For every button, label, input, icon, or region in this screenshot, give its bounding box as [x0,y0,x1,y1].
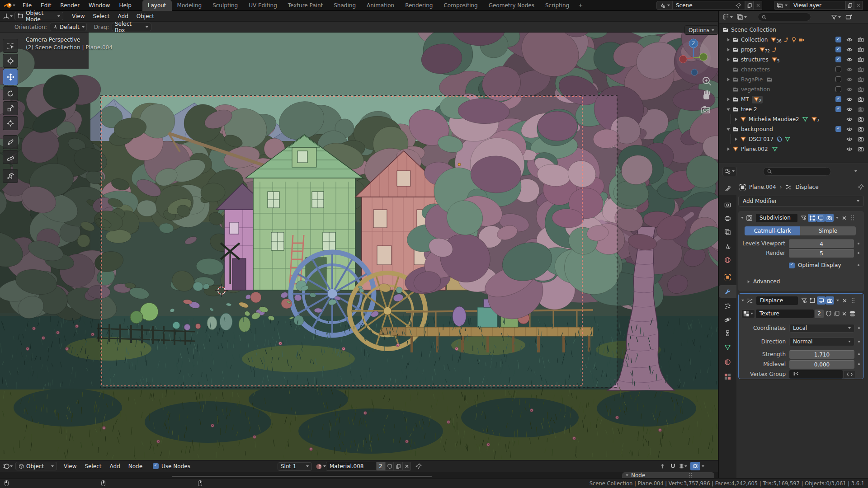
render-camera-icon[interactable] [858,37,864,43]
snap-toggle[interactable] [668,462,677,470]
exclude-checkbox[interactable] [835,126,841,132]
exclude-checkbox[interactable] [835,76,841,82]
tab-output[interactable] [719,212,736,225]
scene-name-field[interactable]: Scene [673,1,745,10]
gizmo-x-axis[interactable] [679,56,687,63]
animate-dot[interactable] [858,363,860,365]
tab-view-layer[interactable] [719,225,736,238]
animate-dot[interactable] [858,264,859,266]
copy-icon[interactable] [834,310,840,317]
outliner-row-collection[interactable]: Collection 36 [719,35,868,45]
orientation-default-dropdown[interactable]: Default [50,23,87,31]
direction-dropdown[interactable]: Normal [789,338,854,346]
scene-copy-button[interactable] [745,1,754,10]
outliner-row-scene-collection[interactable]: Scene Collection [719,25,868,35]
viewport-menu-view[interactable]: View [68,13,89,19]
levels-viewport-field[interactable]: 4 [789,239,854,248]
viewport-menu-add[interactable]: Add [114,13,132,19]
pin-icon[interactable] [415,463,422,469]
collapse-icon[interactable] [726,107,731,112]
render-camera-icon[interactable] [858,146,864,152]
texture-users-button[interactable]: 2 [815,310,824,318]
scene-browse-button[interactable] [656,1,673,10]
vertex-group-field[interactable] [789,370,843,379]
tab-object[interactable] [719,271,736,283]
texture-name-field[interactable]: Texture [756,310,814,318]
gizmo-z-neg[interactable] [691,69,698,75]
invert-vertex-group-button[interactable] [844,370,855,379]
outliner-row-vegetation[interactable]: vegetation [719,84,868,94]
overlays-dropdown[interactable] [702,465,704,467]
menu-help[interactable]: Help [114,0,136,11]
panel-collapse-icon[interactable] [741,217,744,219]
show-on-cage-icon[interactable] [808,214,816,222]
view-layer-remove-button[interactable] [854,1,863,10]
show-in-render-icon[interactable] [826,296,834,305]
material-copy-button[interactable] [394,462,402,471]
outliner-row-structures[interactable]: structures 5 [719,55,868,65]
animate-dot[interactable] [858,243,859,244]
tool-scale[interactable] [3,101,18,115]
outliner-row-props[interactable]: props 72 [719,45,868,55]
texture-browse-button[interactable] [741,310,755,318]
render-camera-icon[interactable] [858,56,864,63]
menu-edit[interactable]: Edit [36,0,56,11]
editor-type-button[interactable] [0,13,14,20]
panel-collapse-icon[interactable] [741,300,744,301]
exclude-checkbox[interactable] [835,106,841,112]
shader-scrollbar[interactable] [172,476,432,477]
unlink-icon[interactable] [842,311,847,316]
hide-eye-icon[interactable] [846,86,853,93]
hide-eye-icon[interactable] [846,126,853,132]
tab-render[interactable] [719,198,736,211]
show-in-render-icon[interactable] [825,214,834,222]
delete-modifier-icon[interactable] [842,298,847,303]
render-camera-icon[interactable] [858,126,864,132]
menu-render[interactable]: Render [56,0,84,11]
blender-app-menu[interactable] [0,2,18,9]
node-side-panel[interactable]: Node [622,472,714,479]
pin-icon[interactable] [858,184,864,190]
show-in-editmode-off-icon[interactable] [799,214,808,222]
animate-dot[interactable] [858,341,860,343]
outliner-row-dscf017[interactable]: DSCF017 [719,134,868,144]
scene-unlink-button[interactable] [754,1,762,10]
view-layer-name-field[interactable]: ViewLayer [790,1,845,10]
outliner-filter-display[interactable] [736,14,747,20]
render-camera-icon[interactable] [858,47,864,53]
hide-eye-icon[interactable] [846,76,853,83]
animate-dot[interactable] [858,327,860,329]
breadcrumb-object[interactable]: Plane.004 [749,184,776,190]
tab-animation[interactable]: Animation [361,0,400,11]
drag-handle-icon[interactable] [850,215,855,221]
options-dropdown[interactable]: Options [684,25,718,35]
tab-object-data[interactable] [719,341,736,354]
pan-hand-icon[interactable] [703,90,710,99]
shader-menu-view[interactable]: View [60,463,80,469]
outliner-row-michelia[interactable]: Michelia Maudiae2 7 [719,114,868,124]
material-fake-user-button[interactable] [385,462,394,471]
delete-modifier-icon[interactable] [842,216,847,221]
hide-eye-icon[interactable] [846,56,853,63]
shader-type-dropdown[interactable]: Object [15,462,57,470]
modifier-extras-dropdown[interactable] [836,300,839,301]
fake-user-shield-icon[interactable] [826,310,832,317]
tab-modeling[interactable]: Modeling [172,0,208,11]
viewport-menu-select[interactable]: Select [89,13,113,19]
tab-scene[interactable] [719,240,736,253]
render-camera-icon[interactable] [858,76,864,83]
tab-modifiers[interactable] [719,285,736,298]
render-camera-disabled-icon[interactable] [858,106,864,113]
tool-cursor[interactable] [3,54,18,68]
exclude-checkbox[interactable] [835,37,841,42]
expand-icon[interactable] [726,57,731,62]
hide-eye-icon[interactable] [846,136,853,142]
hide-eye-icon[interactable] [846,37,853,43]
gizmo-y-axis[interactable] [700,53,708,61]
hide-eye-icon[interactable] [846,106,853,113]
tab-texture-paint[interactable]: Texture Paint [283,0,328,11]
expand-icon[interactable] [726,77,731,82]
tool-move[interactable] [3,69,18,85]
material-browse-button[interactable] [316,463,326,470]
outliner-row-plane002[interactable]: Plane.002 [719,144,868,154]
